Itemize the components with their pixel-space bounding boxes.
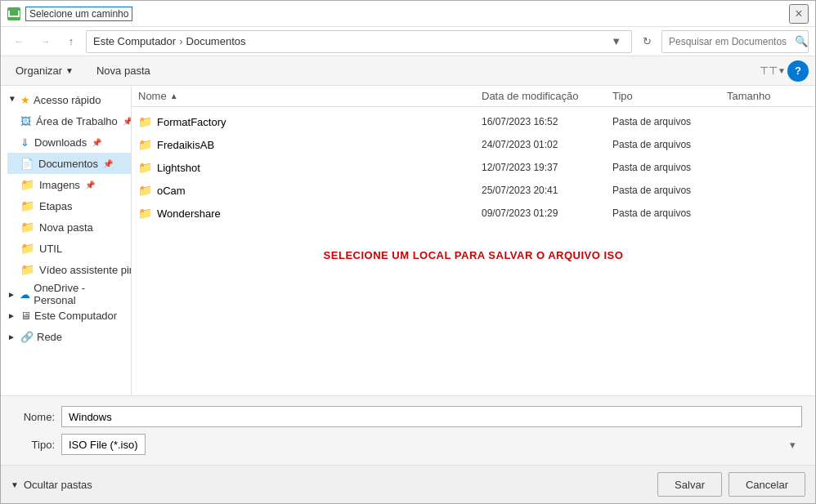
- folder-icon-0: 📁: [138, 115, 152, 128]
- sidebar-video-label: Vídeo assistente pin: [39, 264, 131, 276]
- filetype-select[interactable]: ISO File (*.iso): [61, 434, 146, 455]
- refresh-button[interactable]: ↻: [635, 30, 658, 53]
- sidebar-item-downloads[interactable]: ⇓ Downloads 📌: [7, 132, 131, 153]
- col-size-label: Tamanho: [727, 90, 770, 102]
- sidebar-item-nova-pasta[interactable]: 📁 Nova pasta: [7, 216, 131, 238]
- search-input[interactable]: [669, 36, 791, 47]
- save-button[interactable]: Salvar: [657, 472, 722, 497]
- sidebar-group-quick-access[interactable]: ► ★ Acesso rápido: [1, 89, 131, 110]
- col-header-date[interactable]: Data de modificação: [482, 90, 612, 102]
- table-row[interactable]: 📁 Wondershare 09/07/2023 01:29 Pasta de …: [132, 202, 815, 225]
- search-box: 🔍: [661, 30, 809, 53]
- titlebar-title: Selecione um caminho: [25, 7, 132, 21]
- help-button[interactable]: ?: [787, 60, 809, 82]
- filename-input[interactable]: [61, 406, 802, 427]
- sidebar-group-network[interactable]: ► 🔗 Rede: [1, 326, 131, 347]
- close-button[interactable]: ×: [789, 4, 809, 24]
- footer-buttons: Salvar Cancelar: [657, 472, 805, 497]
- folder-icon-4: 📁: [138, 207, 152, 220]
- file-name-3: 📁 oCam: [138, 184, 482, 197]
- sidebar-nova-pasta-label: Nova pasta: [39, 221, 93, 234]
- file-name-label-2: Lightshot: [157, 162, 200, 174]
- folder-icon-2: 📁: [138, 161, 152, 174]
- sidebar-desktop-label: Área de Trabalho: [36, 115, 118, 127]
- col-header-type[interactable]: Tipo: [612, 90, 727, 102]
- file-type-0: Pasta de arquivos: [612, 116, 727, 127]
- cancel-button[interactable]: Cancelar: [729, 472, 805, 497]
- file-date-2: 12/07/2023 19:37: [482, 162, 612, 173]
- back-button[interactable]: ←: [7, 30, 30, 53]
- col-name-label: Nome: [138, 90, 167, 102]
- type-select-wrapper: ISO File (*.iso): [61, 434, 802, 455]
- onedrive-chevron-icon: ►: [7, 290, 16, 299]
- file-date-1: 24/07/2023 01:02: [482, 139, 612, 150]
- file-type-3: Pasta de arquivos: [612, 185, 727, 196]
- sidebar-item-util[interactable]: 📁 UTIL: [7, 238, 131, 259]
- type-label: Tipo:: [14, 439, 55, 451]
- file-type-4: Pasta de arquivos: [612, 207, 727, 219]
- sidebar-item-images[interactable]: 📁 Imagens 📌: [7, 174, 131, 195]
- bottom-bar: Nome: Tipo: ISO File (*.iso): [1, 395, 815, 465]
- table-row[interactable]: 📁 oCam 25/07/2023 20:41 Pasta de arquivo…: [132, 179, 815, 202]
- actionbar-right: ⊤⊤ ▼ ?: [761, 60, 809, 82]
- sidebar-group-computer[interactable]: ► 🖥 Este Computador: [1, 305, 131, 326]
- dialog-icon: [7, 7, 20, 20]
- footer: ▼ Ocultar pastas Salvar Cancelar: [1, 465, 815, 503]
- file-type-1: Pasta de arquivos: [612, 139, 727, 150]
- file-name-label-1: FredaikisAB: [157, 139, 214, 151]
- computer-label: Este Computador: [34, 310, 117, 322]
- network-icon: 🔗: [20, 331, 34, 343]
- breadcrumb-computer[interactable]: Este Computador: [93, 35, 176, 47]
- table-row[interactable]: 📁 FormatFactory 16/07/2023 16:52 Pasta d…: [132, 110, 815, 133]
- sidebar-item-video[interactable]: 📁 Vídeo assistente pin: [7, 259, 131, 280]
- sidebar-quick-access-children: 🖼 Área de Trabalho 📌 ⇓ Downloads 📌 📄 Doc…: [1, 110, 131, 280]
- pin-icon-documents: 📌: [103, 159, 113, 168]
- download-icon: ⇓: [20, 136, 29, 149]
- sidebar-downloads-label: Downloads: [34, 136, 87, 149]
- sidebar-util-label: UTIL: [39, 243, 62, 255]
- etapas-icon: 📁: [20, 199, 34, 212]
- computer-chevron-icon: ►: [7, 311, 17, 320]
- breadcrumb-sep-1: ›: [179, 35, 182, 47]
- file-date-0: 16/07/2023 16:52: [482, 116, 612, 127]
- type-row: Tipo: ISO File (*.iso): [14, 434, 802, 455]
- sidebar-documents-label: Documentos: [38, 158, 98, 170]
- table-row[interactable]: 📁 FredaikisAB 24/07/2023 01:02 Pasta de …: [132, 133, 815, 156]
- breadcrumb-dropdown-button[interactable]: ▼: [608, 33, 625, 49]
- new-folder-button[interactable]: Nova pasta: [88, 60, 159, 82]
- name-label: Nome:: [14, 411, 55, 423]
- view-button[interactable]: ⊤⊤ ▼: [761, 60, 784, 82]
- search-icon: 🔍: [795, 35, 808, 47]
- forward-button[interactable]: →: [34, 30, 56, 53]
- table-row[interactable]: 📁 Lightshot 12/07/2023 19:37 Pasta de ar…: [132, 156, 815, 179]
- up-button[interactable]: ↑: [60, 30, 83, 53]
- quick-access-label: Acesso rápido: [34, 94, 101, 106]
- file-name-label-4: Wondershare: [157, 207, 221, 220]
- sidebar-group-onedrive[interactable]: ► ☁ OneDrive - Personal: [1, 283, 131, 305]
- desktop-icon: 🖼: [20, 115, 31, 127]
- onedrive-icon: ☁: [20, 288, 30, 301]
- view-chevron-icon: ▼: [778, 66, 786, 75]
- sidebar-item-etapas[interactable]: 📁 Etapas: [7, 195, 131, 216]
- file-date-4: 09/07/2023 01:29: [482, 207, 612, 219]
- organize-button[interactable]: Organizar ▼: [7, 60, 82, 82]
- hide-folders-toggle[interactable]: ▼ Ocultar pastas: [11, 479, 92, 491]
- sidebar-item-desktop[interactable]: 🖼 Área de Trabalho 📌: [7, 110, 131, 132]
- col-header-name[interactable]: Nome ▲: [138, 90, 482, 102]
- network-chevron-icon: ►: [7, 332, 17, 341]
- file-type-2: Pasta de arquivos: [612, 162, 727, 173]
- sidebar-images-label: Imagens: [39, 179, 80, 191]
- titlebar: Selecione um caminho ×: [1, 1, 815, 27]
- name-row: Nome:: [14, 406, 802, 427]
- breadcrumb-documents[interactable]: Documentos: [186, 35, 246, 47]
- col-date-label: Data de modificação: [482, 90, 579, 102]
- computer-icon: 🖥: [20, 310, 31, 322]
- sidebar-item-documents[interactable]: 📄 Documentos 📌: [7, 153, 131, 174]
- hide-folders-label: Ocultar pastas: [24, 479, 92, 491]
- organize-label: Organizar: [16, 65, 62, 77]
- onedrive-label: OneDrive - Personal: [34, 282, 124, 306]
- sidebar-etapas-label: Etapas: [39, 200, 72, 212]
- nova-pasta-icon: 📁: [20, 221, 34, 234]
- col-header-size[interactable]: Tamanho: [727, 90, 809, 102]
- view-icon: ⊤⊤: [760, 65, 778, 77]
